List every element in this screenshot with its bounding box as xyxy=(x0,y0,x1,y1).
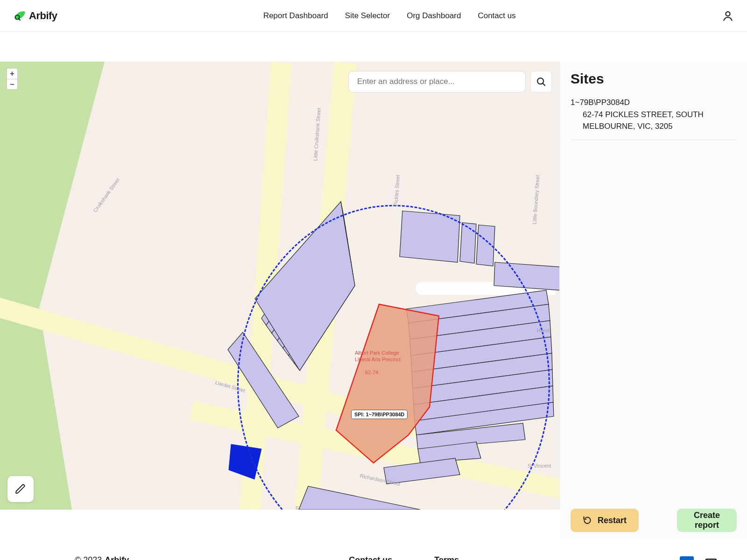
sites-sidebar: Sites 1~79B\PP3084D 62-74 PICKLES STREET… xyxy=(560,62,747,539)
brand-name: Arbify xyxy=(29,10,57,22)
selected-parcel-label: Albert Park College xyxy=(355,350,399,356)
selected-parcel-label: Liberal Arts Precinct xyxy=(355,357,401,362)
svg-line-31 xyxy=(543,84,545,86)
search-icon xyxy=(536,77,546,87)
linkedin-icon: in xyxy=(680,556,694,560)
sidebar-actions: Restart Create report xyxy=(560,509,747,532)
nav-report-dashboard[interactable]: Report Dashboard xyxy=(263,11,328,21)
mail-icon xyxy=(704,556,718,560)
restart-icon xyxy=(583,516,592,525)
street-label: Hend xyxy=(537,328,549,333)
footer: © 2023 Arbify Contact us Terms in xyxy=(0,539,747,560)
email-link[interactable] xyxy=(703,555,719,560)
zoom-in-button[interactable]: + xyxy=(7,69,17,79)
copyright-prefix: © 2023 xyxy=(75,555,102,560)
map-search xyxy=(348,71,552,92)
svg-point-2 xyxy=(726,12,730,16)
footer-terms-link[interactable]: Terms xyxy=(434,555,459,560)
restart-button-label: Restart xyxy=(598,516,627,525)
create-report-button-label: Create report xyxy=(689,511,725,530)
address-search-input[interactable] xyxy=(348,71,526,92)
workspace: Pickles Street Little Cruikshank Street … xyxy=(0,62,747,539)
selected-parcel-number: 62-74 xyxy=(365,370,378,375)
zoom-control: + − xyxy=(7,68,18,90)
site-item-code: 1~79B\PP3084D xyxy=(571,98,737,107)
pencil-icon xyxy=(15,483,26,495)
footer-social: in xyxy=(679,555,719,560)
user-icon[interactable] xyxy=(722,10,734,22)
site-item[interactable]: 1~79B\PP3084D 62-74 PICKLES STREET, SOUT… xyxy=(571,96,737,140)
nav-site-selector[interactable]: Site Selector xyxy=(345,11,390,21)
create-report-button[interactable]: Create report xyxy=(677,509,737,532)
footer-copyright: © 2023 Arbify xyxy=(75,555,129,560)
nav-contact-us[interactable]: Contact us xyxy=(478,11,515,21)
top-nav: Report Dashboard Site Selector Org Dashb… xyxy=(57,11,722,21)
sidebar-title: Sites xyxy=(571,71,737,87)
nav-org-dashboard[interactable]: Org Dashboard xyxy=(407,11,461,21)
copyright-brand: Arbify xyxy=(105,555,129,560)
leaf-icon xyxy=(13,11,26,21)
site-item-address: 62-74 PICKLES STREET, SOUTH MELBOURNE, V… xyxy=(571,109,737,132)
svg-line-1 xyxy=(19,19,20,20)
brand-logo[interactable]: Arbify xyxy=(13,10,57,22)
map-pane[interactable]: Pickles Street Little Cruikshank Street … xyxy=(0,62,560,510)
linkedin-link[interactable]: in xyxy=(679,555,695,560)
footer-contact-link[interactable]: Contact us xyxy=(349,555,392,560)
footer-links: Contact us Terms xyxy=(349,555,459,560)
search-button[interactable] xyxy=(530,71,552,92)
top-bar: Arbify Report Dashboard Site Selector Or… xyxy=(0,0,747,32)
zoom-out-button[interactable]: − xyxy=(7,79,17,89)
draw-button[interactable] xyxy=(7,476,34,502)
selected-parcel-badge: SPI: 1~79B\PP3084D xyxy=(351,410,408,419)
restart-button[interactable]: Restart xyxy=(571,509,639,532)
street-label: St Vincent xyxy=(528,463,551,469)
